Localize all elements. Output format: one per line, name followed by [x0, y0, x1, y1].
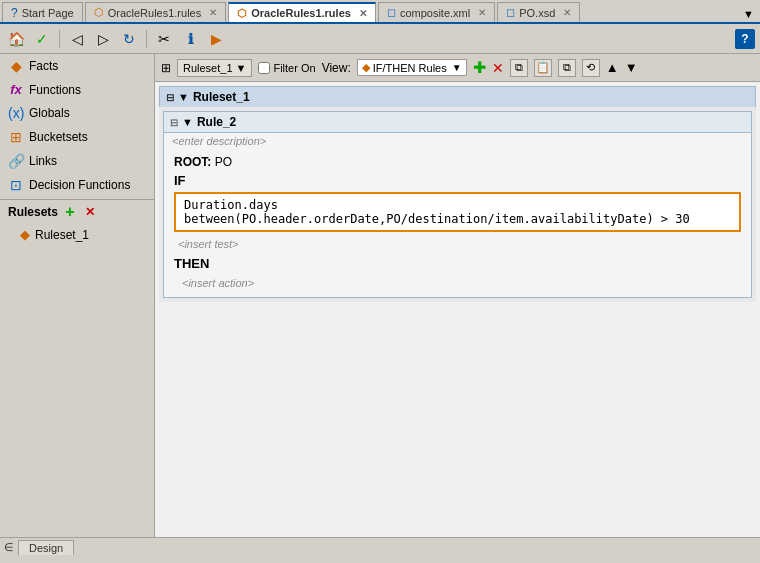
rule-toolbar: ⊞ Ruleset_1 ▼ Filter On View: ◆ IF/THEN …: [155, 54, 760, 82]
decfunc-icon: ⊡: [8, 177, 24, 193]
rule-description[interactable]: <enter description>: [164, 133, 751, 149]
tab-close-2[interactable]: ✕: [359, 8, 367, 19]
sidebar-bucketsets-label: Bucketsets: [29, 130, 88, 144]
tab-label: OracleRules1.rules: [108, 7, 202, 19]
tab-close-3[interactable]: ✕: [478, 7, 486, 18]
ruleset-block: ⊟ ▼ Ruleset_1 ⊟ ▼ Rule_2 <enter descript…: [159, 86, 756, 302]
rule-block-arrow-icon: ▼: [182, 116, 193, 128]
toolbar-cut-btn[interactable]: ✂: [153, 28, 175, 50]
facts-icon: ◆: [8, 58, 24, 74]
tab-po-xsd[interactable]: ◻ PO.xsd ✕: [497, 2, 580, 22]
root-label: ROOT:: [174, 155, 211, 169]
main-layout: ◆ Facts fx Functions (x) Globals ⊞ Bucke…: [0, 54, 760, 537]
tab-oracle-rules-active[interactable]: ⬡ OracleRules1.rules ✕: [228, 2, 376, 22]
insert-action[interactable]: <insert action>: [174, 275, 741, 291]
paste-button[interactable]: 📋: [534, 59, 552, 77]
condition-box[interactable]: Duration.days between(PO.header.orderDat…: [174, 192, 741, 232]
tab-oracle-rules-1[interactable]: ⬡ OracleRules1.rules ✕: [85, 2, 227, 22]
epsilon-icon: ∈: [4, 541, 14, 554]
delete-rule-button[interactable]: ✕: [492, 60, 504, 76]
xsd-icon: ◻: [506, 6, 515, 19]
rulesets-section-header: Rulesets + ✕: [0, 199, 154, 224]
root-value: PO: [215, 155, 232, 169]
sidebar-facts-label: Facts: [29, 59, 58, 73]
rules-icon-1: ⬡: [94, 6, 104, 19]
sidebar-item-bucketsets[interactable]: ⊞ Bucketsets: [0, 125, 154, 149]
tab-scroll-icon[interactable]: ▼: [739, 6, 758, 22]
tab-bar: ? Start Page ⬡ OracleRules1.rules ✕ ⬡ Or…: [0, 0, 760, 24]
delete-ruleset-button[interactable]: ✕: [82, 204, 98, 220]
move-down-button[interactable]: ▼: [625, 60, 638, 75]
view-icon: ◆: [362, 61, 370, 74]
tab-label: Start Page: [22, 7, 74, 19]
rulesets-label: Rulesets: [8, 205, 58, 219]
toolbar-sep-1: [59, 30, 60, 48]
sidebar-item-decision-functions[interactable]: ⊡ Decision Functions: [0, 173, 154, 197]
duplicate-button[interactable]: ⧉: [558, 59, 576, 77]
help-button[interactable]: ?: [735, 29, 755, 49]
tab-start-page[interactable]: ? Start Page: [2, 2, 83, 22]
sidebar-item-functions[interactable]: fx Functions: [0, 78, 154, 101]
ruleset-block-header: ⊟ ▼ Ruleset_1: [159, 86, 756, 107]
content-area: ⊞ Ruleset_1 ▼ Filter On View: ◆ IF/THEN …: [155, 54, 760, 537]
tab-close-1[interactable]: ✕: [209, 7, 217, 18]
view-label: View:: [322, 61, 351, 75]
view-select-dropdown[interactable]: ◆ IF/THEN Rules ▼: [357, 59, 467, 76]
filter-on-checkbox[interactable]: [258, 62, 270, 74]
ruleset-item-label: Ruleset_1: [35, 228, 89, 242]
sidebar-decfunc-label: Decision Functions: [29, 178, 130, 192]
sidebar-item-facts[interactable]: ◆ Facts: [0, 54, 154, 78]
add-ruleset-button[interactable]: +: [62, 204, 78, 220]
links-icon: 🔗: [8, 153, 24, 169]
sidebar-item-links[interactable]: 🔗 Links: [0, 149, 154, 173]
toolbar-check-btn[interactable]: ✓: [31, 28, 53, 50]
if-label: IF: [174, 173, 741, 188]
add-rule-button[interactable]: ✚: [473, 58, 486, 77]
ruleset-block-name: Ruleset_1: [193, 90, 250, 104]
tab-close-4[interactable]: ✕: [563, 7, 571, 18]
view-option-label: IF/THEN Rules: [373, 62, 447, 74]
rule-block-expand-icon[interactable]: ⊟: [170, 117, 178, 128]
tab-label: OracleRules1.rules: [251, 7, 351, 19]
functions-icon: fx: [8, 82, 24, 97]
then-label: THEN: [174, 256, 741, 271]
root-line: ROOT: PO: [174, 155, 741, 169]
tab-composite-xml[interactable]: ◻ composite.xml ✕: [378, 2, 495, 22]
xml-icon: ◻: [387, 6, 396, 19]
rule-name-label: Rule_2: [197, 115, 236, 129]
sidebar-item-globals[interactable]: (x) Globals: [0, 101, 154, 125]
ruleset-block-expand-icon[interactable]: ⊟: [166, 92, 174, 103]
insert-test[interactable]: <insert test>: [174, 236, 741, 252]
start-page-icon: ?: [11, 6, 18, 20]
globals-icon: (x): [8, 105, 24, 121]
toolbar-info-btn[interactable]: ℹ: [179, 28, 201, 50]
filter-on-checkbox-group: Filter On: [258, 62, 315, 74]
move-up-button[interactable]: ▲: [606, 60, 619, 75]
sidebar-globals-label: Globals: [29, 106, 70, 120]
tab-label: composite.xml: [400, 7, 470, 19]
toolbar-back-btn[interactable]: ◁: [66, 28, 88, 50]
ruleset-block-arrow-icon: ▼: [178, 91, 189, 103]
ruleset-dropdown-button[interactable]: Ruleset_1 ▼: [177, 59, 252, 77]
rule-content: ROOT: PO IF Duration.days between(PO.hea…: [164, 149, 751, 297]
copy-button[interactable]: ⧉: [510, 59, 528, 77]
design-tab[interactable]: Design: [18, 540, 74, 555]
sidebar-links-label: Links: [29, 154, 57, 168]
rules-icon-2: ⬡: [237, 7, 247, 20]
sidebar-functions-label: Functions: [29, 83, 81, 97]
toolbar-forward-btn[interactable]: ▷: [92, 28, 114, 50]
ruleset-dropdown-label: Ruleset_1: [183, 62, 233, 74]
filter-label: Filter On: [273, 62, 315, 74]
toolbar-refresh-btn[interactable]: ↻: [118, 28, 140, 50]
toolbar-home-btn[interactable]: 🏠: [5, 28, 27, 50]
rule-toolbar-expand-icon[interactable]: ⊞: [161, 61, 171, 75]
link-button[interactable]: ⟲: [582, 59, 600, 77]
sidebar-ruleset-item[interactable]: ◆ Ruleset_1: [0, 224, 154, 245]
ruleset-dropdown-arrow: ▼: [236, 62, 247, 74]
condition-text: Duration.days between(PO.header.orderDat…: [184, 198, 690, 226]
sidebar: ◆ Facts fx Functions (x) Globals ⊞ Bucke…: [0, 54, 155, 537]
toolbar-run-btn[interactable]: ▶: [205, 28, 227, 50]
rule-block-header: ⊟ ▼ Rule_2: [164, 112, 751, 133]
ruleset-item-icon: ◆: [20, 227, 30, 242]
tab-label: PO.xsd: [519, 7, 555, 19]
